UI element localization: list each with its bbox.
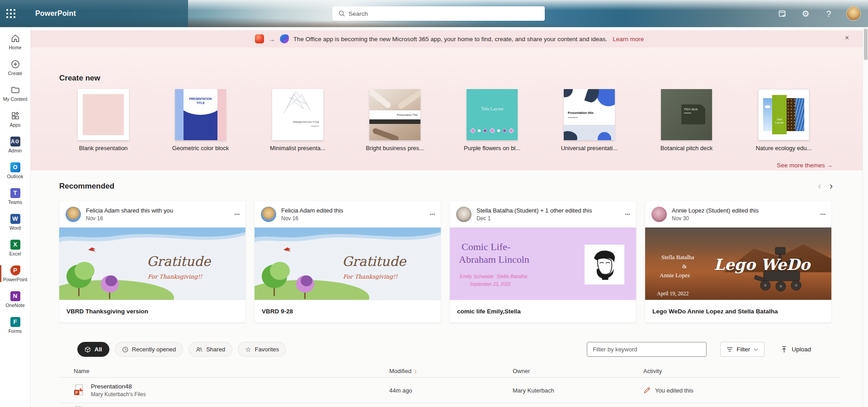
template-purple-flowers[interactable]: Title Layout Purple flowers on bl...	[443, 89, 541, 151]
recommended-cards: Felicia Adam shared this with you Nov 16…	[59, 201, 868, 322]
app-title: PowerPoint	[35, 9, 76, 18]
lincoln-illustration	[585, 245, 624, 284]
cube-icon	[85, 346, 91, 353]
recommended-card[interactable]: Felicia Adam shared this with you Nov 16…	[59, 201, 245, 322]
table-row[interactable]: P Presentation48 Mary Kuterbach's Files …	[59, 378, 841, 403]
upload-button[interactable]: Upload	[778, 342, 814, 357]
template-name: Universal presentati...	[561, 145, 618, 151]
column-owner[interactable]: Owner	[513, 368, 643, 374]
recommended-card[interactable]: Stella Batalha (Student) + 1 other edite…	[450, 201, 636, 322]
template-botanical-pitch-deck[interactable]: Pitch deck Botanical pitch deck	[638, 89, 735, 151]
slide-thumbnail: Comic Life- Abraham Lincoln Emily Schwab…	[450, 227, 636, 300]
day-planner-button[interactable]	[777, 8, 788, 19]
excel-icon: X	[10, 240, 20, 250]
office-migration-banner: → The Office app is becoming the new Mic…	[31, 30, 868, 47]
slide-title-line2: Abraham Lincoln	[459, 254, 529, 265]
filter-tab-shared[interactable]: Shared	[189, 342, 232, 357]
keyword-filter-input[interactable]	[587, 342, 707, 357]
template-nature-ecology[interactable]: Title Layout Nature ecology edu...	[735, 89, 832, 151]
app-launcher-button[interactable]	[0, 0, 22, 27]
recommended-card[interactable]: Annie Lopez (Student) edited this Nov 30…	[645, 201, 831, 322]
more-options-button[interactable]: •••	[625, 212, 631, 217]
scrollbar-thumb[interactable]	[864, 28, 868, 60]
settings-button[interactable]: ⚙	[800, 8, 811, 19]
sidebar-item-word[interactable]: W Word	[0, 211, 30, 233]
slide-title: Lego WeDo	[714, 256, 810, 274]
banner-message: The Office app is becoming the new Micro…	[293, 36, 608, 43]
filter-dropdown-button[interactable]: Filter	[720, 342, 764, 357]
help-button[interactable]: ?	[823, 8, 834, 19]
file-owner: Mary Kuterbach	[513, 387, 643, 394]
card-title: VBRD Thanksgiving version	[59, 300, 245, 322]
filter-tab-recently-opened[interactable]: Recently opened	[115, 342, 184, 357]
chevron-left-icon: ‹	[818, 180, 821, 192]
folder-icon	[10, 85, 20, 95]
card-date: Dec 1	[476, 215, 592, 222]
create-new-heading: Create new	[59, 74, 868, 83]
filter-tab-favorites[interactable]: ☆ Favorites	[238, 342, 286, 357]
sidebar-item-powerpoint[interactable]: P PowerPoint	[0, 262, 30, 285]
vertical-scrollbar[interactable]	[863, 27, 868, 407]
column-activity[interactable]: Activity	[643, 368, 841, 374]
onenote-icon: N	[10, 291, 20, 301]
people-icon	[196, 346, 203, 353]
card-activity: Annie Lopez (Student) edited this	[672, 207, 759, 214]
template-name: Geometric color block	[172, 145, 229, 151]
sidebar-item-create[interactable]: Create	[0, 56, 30, 79]
template-blank-presentation[interactable]: Blank presentation	[55, 89, 152, 151]
slide-subtitle: For Thanksgiving!!	[343, 273, 398, 280]
sidebar-item-home[interactable]: Home	[0, 30, 30, 53]
sidebar-item-teams[interactable]: T Teams	[0, 185, 30, 208]
more-options-button[interactable]: •••	[821, 212, 826, 217]
carousel-previous-button[interactable]: ‹	[818, 181, 821, 191]
top-header: PowerPoint ⚙ ?	[0, 0, 868, 27]
arrow-right-icon: →	[269, 35, 275, 43]
teams-icon: T	[10, 188, 20, 198]
template-universal[interactable]: Presentation title Universal presentati.…	[541, 89, 638, 151]
more-options-button[interactable]: •••	[235, 212, 240, 217]
card-title: Lego WeDo Annie Lopez and Stella Batalha	[645, 300, 831, 322]
slide-author2: Annie Lopez	[660, 272, 690, 279]
search-input[interactable]	[349, 10, 540, 17]
template-thumbnail: PRESENTATION TITLE	[175, 89, 226, 140]
sidebar-item-apps[interactable]: Apps	[0, 108, 30, 130]
file-modified: 44m ago	[389, 387, 513, 394]
chevron-right-icon: ›	[830, 180, 833, 192]
template-thumbnail: Title Layout	[467, 89, 518, 140]
see-more-themes-link[interactable]: See more themes →	[31, 162, 833, 169]
template-name: Minimalist presenta...	[270, 145, 326, 151]
carousel-next-button[interactable]: ›	[830, 181, 833, 191]
template-minimalist[interactable]: PRESENTATION TITLE Minimalist presenta..…	[249, 89, 346, 151]
template-name: Nature ecology edu...	[756, 145, 812, 151]
sidebar-item-my-content[interactable]: My Content	[0, 82, 30, 104]
more-options-button[interactable]: •••	[430, 212, 435, 217]
sidebar-item-onenote[interactable]: N OneNote	[0, 288, 30, 311]
template-bright-business[interactable]: Presentation Title Bright business pres.…	[346, 89, 443, 151]
template-thumbnail: Pitch deck	[661, 89, 712, 140]
column-modified[interactable]: Modified ↓	[389, 368, 513, 374]
sidebar-item-forms[interactable]: F Forms	[0, 314, 30, 336]
sidebar-item-label: Home	[9, 45, 21, 50]
file-list: Name Modified ↓ Owner Activity P	[59, 365, 841, 407]
recommended-card[interactable]: Felicia Adam edited this Nov 16 ••• Grat…	[255, 201, 441, 322]
sidebar-item-admin[interactable]: A⚙ Admin	[0, 133, 30, 156]
account-avatar[interactable]	[846, 6, 861, 21]
card-date: Nov 16	[86, 215, 173, 222]
sidebar-item-outlook[interactable]: O Outlook	[0, 159, 30, 182]
column-name[interactable]: Name	[74, 368, 389, 374]
filter-tab-all[interactable]: All	[77, 342, 109, 357]
banner-close-button[interactable]: ×	[845, 34, 849, 42]
slide-title: Gratitude	[147, 254, 211, 269]
sidebar-item-label: Create	[8, 71, 23, 76]
sidebar-item-excel[interactable]: X Excel	[0, 237, 30, 259]
outlook-icon: O	[10, 162, 20, 172]
card-activity: Felicia Adam edited this	[281, 207, 343, 214]
sidebar-item-label: Teams	[8, 199, 22, 205]
search-bar[interactable]	[332, 6, 545, 21]
microsoft365-logo-icon	[280, 34, 289, 43]
card-date: Nov 30	[672, 215, 759, 222]
avatar	[66, 207, 81, 222]
apps-icon	[10, 111, 20, 121]
template-geometric-color-block[interactable]: PRESENTATION TITLE Geometric color block	[152, 89, 249, 151]
learn-more-link[interactable]: Learn more	[613, 36, 644, 43]
